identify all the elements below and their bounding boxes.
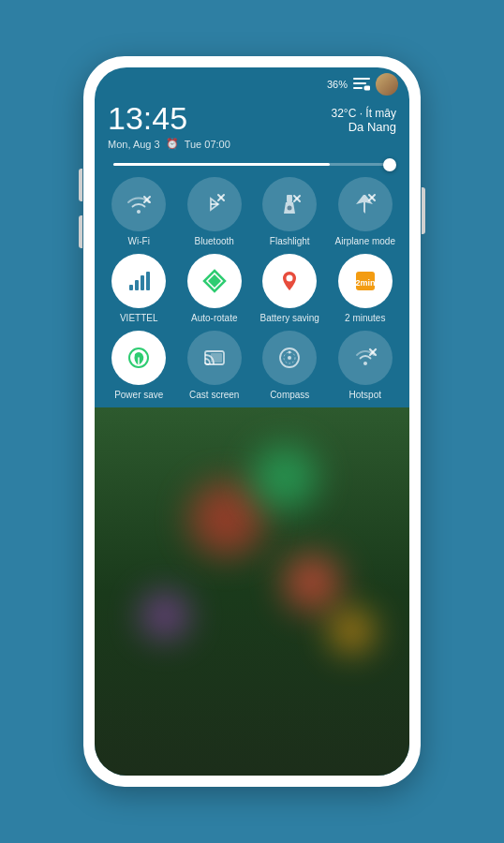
svg-rect-16 [129, 285, 133, 290]
weather-section: 32°C · Ít mây Da Nang [332, 101, 397, 134]
hotspot-icon [352, 345, 378, 371]
svg-point-27 [288, 356, 291, 360]
brightness-thumb[interactable] [383, 158, 396, 171]
tile-power-save-circle [111, 331, 166, 385]
timer-icon: 2min [352, 268, 378, 294]
tile-airplane-label: Airplane mode [335, 236, 395, 246]
cast-screen-icon [201, 345, 228, 371]
current-date: Mon, Aug 3 [108, 139, 160, 150]
signal-icon [126, 268, 152, 294]
tile-power-save-label: Power save [114, 390, 163, 400]
user-avatar[interactable] [376, 73, 398, 96]
tile-autorotate-label: Auto-rotate [191, 313, 237, 323]
tile-bluetooth-circle [187, 177, 242, 231]
tile-autorotate[interactable]: Auto-rotate [180, 254, 250, 323]
top-info-section: 13:45 Mon, Aug 3 ⏰ Tue 07:00 32°C · Ít m… [95, 99, 409, 159]
alarm-icon: ⏰ [166, 138, 179, 150]
tile-battery-saving-circle [262, 254, 317, 308]
tile-flashlight-label: Flashlight [270, 236, 310, 246]
weather-city: Da Nang [332, 120, 397, 134]
tiles-row-2: VIETTEL Auto-rotate [104, 254, 400, 323]
tile-battery-saving-label: Battery saving [260, 313, 319, 323]
svg-rect-3 [364, 86, 370, 90]
tile-bluetooth[interactable]: Bluetooth [180, 177, 250, 246]
tile-bluetooth-label: Bluetooth [195, 236, 234, 246]
tile-timer-label: 2 minutes [345, 313, 385, 323]
tile-airplane-circle [338, 177, 393, 231]
tile-compass-label: Compass [270, 390, 309, 400]
wifi-icon [126, 191, 152, 217]
svg-rect-0 [353, 78, 370, 80]
tile-compass[interactable]: Compass [255, 331, 325, 400]
tile-flashlight-circle [262, 177, 317, 231]
menu-lines-icon [353, 78, 370, 91]
tile-hotspot[interactable]: Hotspot [331, 331, 401, 400]
tile-signal-label: VIETTEL [120, 313, 158, 323]
svg-point-20 [287, 275, 293, 282]
phone-screen: 36% 13:45 Mon, Aug 3 ⏰ Tue 07:00 [95, 67, 409, 776]
tile-autorotate-circle [187, 254, 242, 308]
brightness-fill [113, 163, 330, 166]
tile-cast-screen[interactable]: Cast screen [180, 331, 250, 400]
alarm-time: Tue 07:00 [185, 139, 230, 150]
flashlight-icon [276, 191, 303, 217]
brightness-slider-row[interactable] [95, 159, 409, 177]
tile-signal[interactable]: VIETTEL [104, 254, 174, 323]
tile-cast-screen-circle [187, 331, 242, 385]
autorotate-icon [201, 268, 228, 294]
svg-point-11 [288, 206, 292, 211]
tile-hotspot-circle [338, 331, 393, 385]
compass-icon [276, 345, 303, 371]
tiles-row-1: Wi-Fi Bluetooth [104, 177, 400, 246]
brightness-track[interactable] [113, 163, 391, 166]
svg-point-29 [289, 351, 291, 354]
quick-tiles-container: Wi-Fi Bluetooth [95, 177, 409, 400]
tile-flashlight[interactable]: Flashlight [255, 177, 325, 246]
wallpaper-blur [95, 407, 409, 776]
tile-power-save[interactable]: Power save [104, 331, 174, 400]
svg-rect-17 [135, 280, 139, 290]
svg-rect-25 [211, 353, 222, 362]
svg-rect-18 [141, 275, 144, 290]
battery-saving-icon [276, 268, 303, 294]
tile-wifi-circle [111, 177, 166, 231]
tile-compass-circle [262, 331, 317, 385]
power-save-icon [126, 345, 152, 371]
tile-cast-screen-label: Cast screen [189, 390, 239, 400]
airplane-icon [352, 191, 378, 217]
battery-level: 36% [327, 79, 348, 90]
svg-text:2min: 2min [355, 278, 375, 288]
phone-frame: 36% 13:45 Mon, Aug 3 ⏰ Tue 07:00 [83, 56, 421, 787]
current-time: 13:45 [108, 101, 230, 136]
tile-wifi-label: Wi-Fi [128, 236, 150, 246]
wallpaper-preview [95, 407, 409, 776]
bluetooth-icon [201, 191, 228, 217]
tile-timer-circle: 2min [338, 254, 393, 308]
tile-airplane[interactable]: Airplane mode [331, 177, 401, 246]
tiles-row-3: Power save Cast screen [104, 331, 400, 400]
svg-rect-1 [353, 82, 366, 84]
status-bar: 36% [95, 67, 409, 99]
tile-hotspot-label: Hotspot [349, 390, 381, 400]
date-alarm-row: Mon, Aug 3 ⏰ Tue 07:00 [108, 138, 230, 150]
weather-temp: 32°C · Ít mây [332, 107, 397, 120]
svg-rect-9 [287, 195, 292, 202]
svg-rect-2 [353, 87, 363, 89]
time-section: 13:45 Mon, Aug 3 ⏰ Tue 07:00 [108, 101, 230, 150]
svg-rect-19 [146, 272, 150, 290]
tile-timer[interactable]: 2min 2 minutes [331, 254, 401, 323]
tile-wifi[interactable]: Wi-Fi [104, 177, 174, 246]
tile-signal-circle [111, 254, 166, 308]
tile-battery-saving[interactable]: Battery saving [255, 254, 325, 323]
